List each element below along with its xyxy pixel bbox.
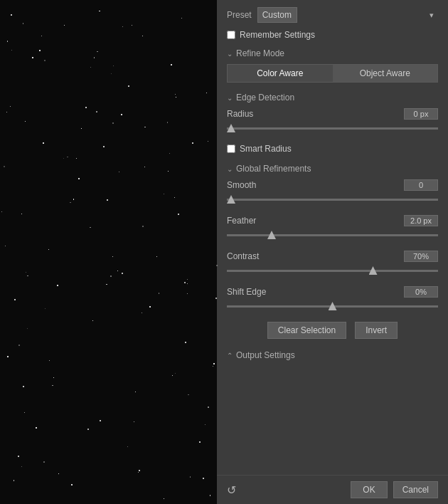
star — [176, 97, 176, 98]
star — [159, 293, 160, 294]
star — [190, 476, 191, 477]
star — [139, 470, 140, 471]
shift-edge-header: Shift Edge 0% — [227, 286, 438, 298]
smooth-label: Smooth — [227, 180, 256, 190]
feather-slider-track — [227, 229, 438, 241]
refine-mode-header: ⌄ Refine Mode — [227, 48, 438, 58]
star — [135, 392, 136, 392]
starfield-background — [0, 0, 217, 504]
star — [168, 171, 169, 172]
radius-header: Radius 0 px — [227, 108, 438, 120]
clear-selection-button[interactable]: Clear Selection — [267, 322, 346, 339]
contrast-slider[interactable] — [227, 270, 438, 272]
cancel-button[interactable]: Cancel — [393, 481, 438, 498]
global-refinements-label: Global Refinements — [236, 164, 311, 174]
smooth-slider-track — [227, 194, 438, 205]
remember-settings-row: Remember Settings — [227, 30, 438, 40]
smooth-slider[interactable] — [227, 199, 438, 201]
star — [110, 275, 112, 277]
star — [208, 406, 209, 408]
output-settings-row[interactable]: ⌃ Output Settings — [227, 347, 438, 363]
edge-detection-chevron: ⌄ — [227, 94, 233, 102]
smart-radius-checkbox[interactable] — [227, 145, 235, 153]
star — [156, 256, 157, 257]
star — [127, 446, 128, 447]
shift-edge-slider-track — [227, 300, 438, 312]
remember-settings-checkbox[interactable] — [227, 31, 235, 39]
star — [57, 285, 58, 286]
star — [14, 480, 15, 481]
ok-button[interactable]: OK — [351, 481, 387, 498]
star — [64, 25, 65, 26]
smooth-value: 0 — [404, 179, 438, 191]
object-aware-button[interactable]: Object Aware — [333, 65, 438, 82]
output-settings-label: Output Settings — [236, 350, 295, 360]
star — [67, 157, 68, 158]
star — [174, 197, 175, 198]
radius-value: 0 px — [404, 108, 438, 120]
star — [216, 265, 218, 266]
star — [87, 429, 89, 430]
star — [187, 279, 188, 280]
invert-button[interactable]: Invert — [355, 322, 398, 339]
star — [175, 94, 176, 95]
star — [208, 141, 208, 142]
remember-settings-label: Remember Settings — [240, 30, 315, 40]
star — [27, 328, 28, 329]
star — [70, 202, 70, 203]
star — [43, 461, 45, 463]
star — [52, 385, 53, 387]
feather-label: Feather — [227, 216, 256, 226]
star — [90, 227, 91, 229]
star — [11, 14, 12, 16]
contrast-header: Contrast 70% — [227, 251, 438, 262]
feather-section: Feather 2.0 px — [227, 215, 438, 241]
star — [122, 26, 123, 27]
star — [92, 320, 93, 321]
star — [213, 363, 215, 364]
star — [7, 356, 9, 357]
smooth-section: Smooth 0 — [227, 179, 438, 205]
footer-buttons: OK Cancel — [351, 481, 438, 498]
star — [213, 366, 213, 367]
star — [106, 284, 107, 285]
settings-panel: Preset Custom Remember Settings ⌄ Refine… — [217, 0, 448, 504]
star — [192, 142, 193, 144]
refine-mode-label: Refine Mode — [236, 48, 284, 58]
preset-row: Preset Custom — [227, 7, 438, 23]
reset-icon[interactable]: ↺ — [227, 483, 236, 497]
star — [164, 194, 164, 194]
star — [107, 199, 108, 201]
shift-edge-value: 0% — [404, 286, 438, 298]
star — [94, 57, 95, 58]
star — [4, 166, 5, 167]
star — [49, 360, 50, 361]
smart-radius-row: Smart Radius — [227, 144, 438, 154]
star — [25, 121, 26, 122]
star — [171, 64, 172, 65]
star — [24, 412, 25, 413]
star — [144, 127, 146, 128]
star — [1, 211, 2, 212]
shift-edge-slider[interactable] — [227, 305, 438, 308]
feather-slider[interactable] — [227, 234, 438, 236]
radius-slider[interactable] — [227, 127, 438, 130]
refine-mode-buttons: Color Aware Object Aware — [227, 64, 438, 83]
preset-select[interactable]: Custom — [257, 7, 297, 23]
contrast-slider-track — [227, 265, 438, 276]
star — [206, 93, 207, 93]
star — [112, 122, 114, 124]
preset-label: Preset — [227, 10, 252, 20]
color-aware-button[interactable]: Color Aware — [228, 65, 333, 82]
star — [44, 60, 46, 61]
star — [97, 51, 98, 53]
star — [18, 345, 20, 346]
star — [138, 472, 139, 473]
star — [117, 271, 118, 271]
star — [23, 23, 24, 24]
star — [21, 466, 23, 468]
star — [199, 441, 201, 443]
star — [181, 18, 183, 19]
star — [58, 473, 59, 474]
star — [178, 214, 179, 215]
